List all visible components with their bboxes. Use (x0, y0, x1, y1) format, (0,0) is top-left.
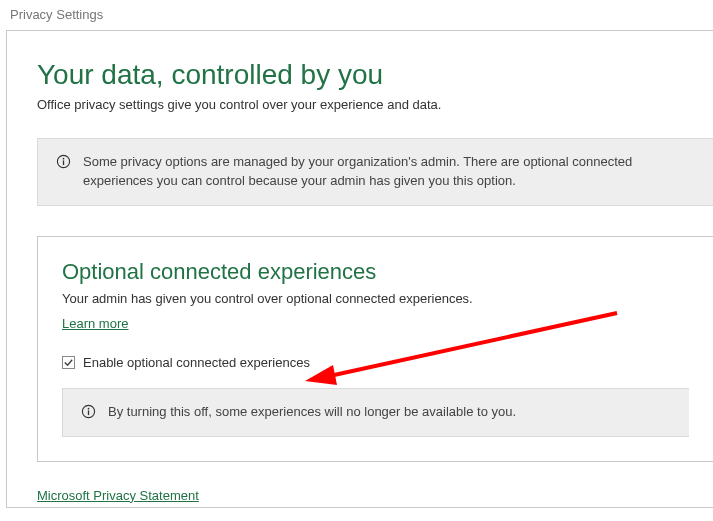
svg-point-1 (63, 158, 65, 160)
page-heading: Your data, controlled by you (37, 59, 713, 91)
info-icon (56, 154, 71, 169)
off-warning-banner: By turning this off, some experiences wi… (62, 388, 689, 437)
enable-optional-row: Enable optional connected experiences (62, 355, 689, 370)
info-icon (81, 404, 96, 419)
admin-info-banner: Some privacy options are managed by your… (37, 138, 713, 206)
content-frame: Your data, controlled by you Office priv… (6, 30, 713, 508)
page-subtitle: Office privacy settings give you control… (37, 97, 713, 112)
optional-heading: Optional connected experiences (62, 259, 689, 285)
svg-point-4 (88, 408, 90, 410)
svg-rect-2 (63, 160, 64, 165)
admin-info-text: Some privacy options are managed by your… (83, 153, 695, 191)
optional-desc: Your admin has given you control over op… (62, 291, 689, 306)
learn-more-link[interactable]: Learn more (62, 316, 128, 331)
optional-experiences-card: Optional connected experiences Your admi… (37, 236, 713, 462)
enable-optional-checkbox[interactable] (62, 356, 75, 369)
svg-rect-5 (88, 410, 89, 415)
window-title: Privacy Settings (0, 0, 713, 30)
off-warning-text: By turning this off, some experiences wi… (108, 403, 516, 422)
enable-optional-label: Enable optional connected experiences (83, 355, 310, 370)
privacy-statement-link[interactable]: Microsoft Privacy Statement (37, 488, 199, 503)
